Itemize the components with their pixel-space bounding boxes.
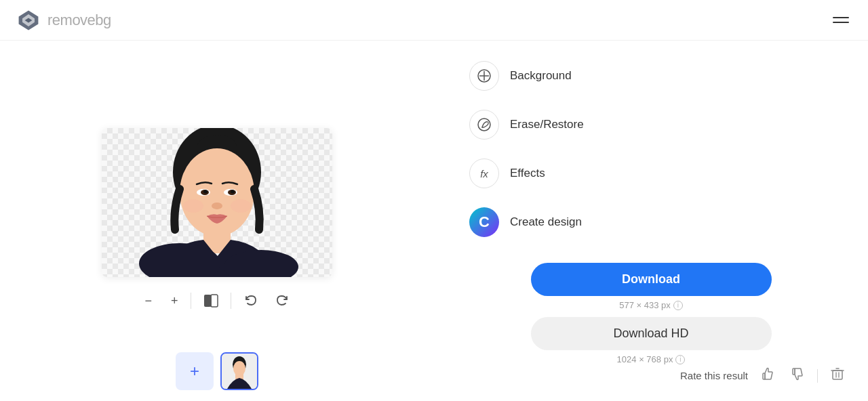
thumbs-up-icon bbox=[760, 366, 775, 381]
rate-divider bbox=[817, 369, 818, 383]
hamburger-line bbox=[833, 17, 849, 18]
redo-icon bbox=[276, 294, 290, 308]
delete-button[interactable] bbox=[827, 364, 848, 387]
background-icon bbox=[477, 68, 492, 83]
main-content: − + bbox=[0, 41, 868, 401]
background-label: Background bbox=[510, 69, 572, 83]
logo-icon bbox=[16, 8, 41, 33]
erase-icon bbox=[477, 117, 492, 132]
tool-background[interactable]: Background bbox=[461, 54, 841, 98]
right-panel: Background Erase/Restore fx Effec bbox=[434, 41, 868, 401]
svg-point-28 bbox=[478, 119, 490, 131]
thumbnail-svg bbox=[222, 354, 257, 389]
hamburger-menu[interactable] bbox=[830, 14, 852, 26]
thumbs-up-button[interactable] bbox=[757, 364, 778, 387]
effects-icon-circle: fx bbox=[469, 159, 499, 188]
svg-rect-30 bbox=[793, 368, 795, 375]
tool-effects[interactable]: fx Effects bbox=[461, 152, 841, 195]
hd-size-text: 1024 × 768 px bbox=[617, 354, 673, 364]
zoom-out-button[interactable]: − bbox=[135, 289, 161, 314]
image-toolbar: − + bbox=[135, 288, 298, 314]
download-button[interactable]: Download bbox=[531, 263, 772, 296]
thumbs-down-icon bbox=[790, 366, 805, 381]
erase-icon-circle bbox=[469, 110, 499, 140]
toolbar-divider bbox=[231, 293, 231, 309]
rate-label: Rate this result bbox=[680, 370, 748, 381]
undo-icon bbox=[243, 294, 257, 308]
background-icon-circle bbox=[469, 61, 499, 91]
tool-list: Background Erase/Restore fx Effec bbox=[461, 54, 841, 244]
thumbs-down-button[interactable] bbox=[787, 364, 808, 387]
svg-point-16 bbox=[183, 199, 203, 213]
thumbnail-strip: + bbox=[176, 352, 258, 390]
create-design-label: Create design bbox=[510, 215, 582, 229]
create-design-icon-circle: C bbox=[469, 207, 499, 237]
logo-text: removebg bbox=[47, 12, 111, 29]
svg-rect-19 bbox=[211, 295, 218, 307]
thumbnail-image[interactable] bbox=[220, 352, 258, 390]
svg-rect-18 bbox=[204, 295, 211, 307]
erase-restore-label: Erase/Restore bbox=[510, 118, 584, 131]
svg-point-13 bbox=[203, 190, 208, 194]
svg-rect-31 bbox=[833, 371, 842, 379]
hd-size-info-icon[interactable]: i bbox=[675, 355, 685, 364]
zoom-in-button[interactable]: + bbox=[161, 289, 188, 314]
standard-size-info: 577 × 433 px i bbox=[619, 300, 683, 310]
compare-button[interactable] bbox=[194, 288, 228, 314]
rate-section: Rate this result bbox=[680, 364, 848, 387]
tool-erase-restore[interactable]: Erase/Restore bbox=[461, 103, 841, 146]
standard-size-text: 577 × 433 px bbox=[619, 300, 671, 310]
delete-icon bbox=[830, 366, 845, 381]
person-svg bbox=[102, 128, 332, 277]
header: removebg bbox=[0, 0, 868, 41]
svg-point-14 bbox=[231, 190, 235, 194]
redo-button[interactable] bbox=[267, 289, 299, 313]
canva-c-letter: C bbox=[479, 213, 490, 231]
image-panel: − + bbox=[0, 41, 434, 401]
hamburger-line bbox=[833, 22, 849, 23]
download-section: Download 577 × 433 px i Download HD 1024… bbox=[461, 263, 841, 364]
add-image-button[interactable]: + bbox=[176, 352, 214, 390]
logo-main: remove bbox=[47, 12, 95, 28]
standard-size-info-icon[interactable]: i bbox=[673, 301, 683, 310]
svg-point-17 bbox=[231, 199, 251, 213]
undo-button[interactable] bbox=[234, 289, 267, 313]
toolbar-divider bbox=[191, 293, 191, 309]
svg-point-15 bbox=[212, 203, 222, 209]
download-hd-button[interactable]: Download HD bbox=[531, 317, 772, 350]
logo-suffix: bg bbox=[95, 12, 111, 28]
svg-rect-29 bbox=[763, 373, 765, 379]
effects-label: Effects bbox=[510, 167, 545, 180]
tool-create-design[interactable]: C Create design bbox=[461, 200, 841, 244]
logo: removebg bbox=[16, 8, 111, 33]
hd-size-info: 1024 × 768 px i bbox=[617, 354, 686, 364]
svg-point-23 bbox=[233, 361, 245, 376]
person-image bbox=[102, 128, 332, 277]
effects-fx-text: fx bbox=[480, 168, 488, 180]
result-image bbox=[102, 128, 332, 277]
compare-icon bbox=[203, 293, 218, 308]
